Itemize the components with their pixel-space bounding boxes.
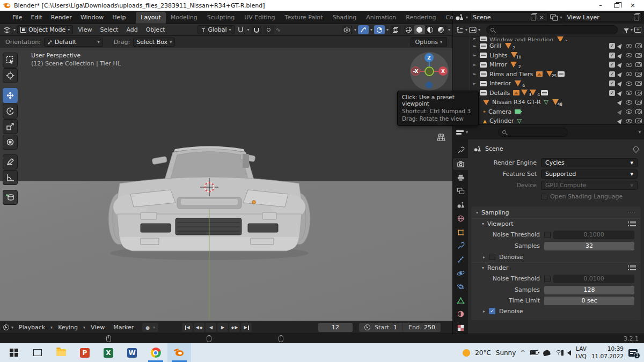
orientation-setting-dropdown[interactable]: Default ▾ <box>44 38 103 47</box>
sampling-menu-icon[interactable]: ···· <box>628 210 636 215</box>
tab-physics-icon[interactable] <box>453 268 468 279</box>
hide-render-icon[interactable] <box>635 91 642 95</box>
filter-icon[interactable] <box>624 28 629 32</box>
r-noise-field[interactable]: 0.0100 <box>553 275 634 283</box>
r-denoise-expand-icon[interactable]: ▸ <box>483 309 485 314</box>
prev-keyframe-button[interactable]: ◀◆ <box>194 323 204 332</box>
jump-to-end-button[interactable]: ▶ <box>241 323 252 332</box>
editor-chevron-icon[interactable]: ▾ <box>13 27 16 32</box>
menu-add[interactable]: Add <box>123 25 141 34</box>
proportional-edit-icon[interactable] <box>264 25 274 34</box>
tab-object-data-icon[interactable] <box>453 295 468 306</box>
weather-desc[interactable]: Sunny <box>496 349 516 357</box>
tab-sculpting[interactable]: Sculpting <box>202 12 239 24</box>
weather-sun-icon[interactable] <box>463 349 470 357</box>
notification-center-button[interactable]: 1 <box>628 349 638 357</box>
tab-particles-icon[interactable] <box>453 254 468 265</box>
tab-object-icon[interactable] <box>453 227 468 238</box>
hide-viewport-icon[interactable] <box>626 53 632 57</box>
properties-editor-chevron-icon[interactable]: ▾ <box>466 130 468 135</box>
shading-chevron-icon[interactable]: ▾ <box>448 27 450 32</box>
weather-temp[interactable]: 20°C <box>475 349 491 357</box>
hide-render-icon[interactable] <box>635 119 642 123</box>
end-frame-field[interactable]: End 250 <box>402 323 441 332</box>
vp-denoise-expand-icon[interactable]: ▸ <box>483 255 485 260</box>
hide-viewport-icon[interactable] <box>626 91 632 95</box>
selectable-icon[interactable] <box>617 43 624 49</box>
selectable-icon[interactable] <box>617 99 624 106</box>
tab-material-icon[interactable] <box>453 308 468 320</box>
gizmo-center[interactable] <box>425 67 434 76</box>
gizmo-negx-axis[interactable]: -X <box>411 67 420 76</box>
scale-tool[interactable] <box>3 119 18 134</box>
tab-scene-icon[interactable] <box>453 200 468 211</box>
shading-wireframe-icon[interactable] <box>404 25 414 34</box>
exclude-checkbox[interactable]: ✓ <box>609 62 615 68</box>
exclude-checkbox[interactable]: ✓ <box>609 80 615 86</box>
outliner-row-cylinder[interactable]: ▲ Cylinder ▽ <box>453 116 644 124</box>
expand-icon[interactable]: ► <box>473 53 480 57</box>
device-dropdown[interactable]: GPU Compute▾ <box>541 181 638 190</box>
vp-noise-field[interactable]: 0.1000 <box>553 231 634 239</box>
hide-render-icon[interactable] <box>635 62 642 67</box>
menu-view[interactable]: View <box>75 25 95 34</box>
menu-select[interactable]: Select <box>97 25 121 34</box>
gizmo-x-axis[interactable]: X <box>438 67 448 76</box>
hide-viewport-icon[interactable] <box>626 72 632 76</box>
next-keyframe-button[interactable]: ◆▶ <box>229 323 240 332</box>
hide-viewport-icon[interactable] <box>626 63 632 67</box>
outliner-editor-chevron-icon[interactable]: ▾ <box>465 27 467 32</box>
render-engine-dropdown[interactable]: Cycles▾ <box>541 158 638 167</box>
vp-samples-field[interactable]: 32 <box>544 242 634 250</box>
hide-render-icon[interactable] <box>635 100 642 105</box>
render-presets-icon[interactable] <box>630 265 636 270</box>
close-button[interactable]: × <box>625 1 641 10</box>
outliner-row-partial-top[interactable]: ► Window and Blending 7 <box>453 36 644 41</box>
shading-material-icon[interactable] <box>425 25 436 34</box>
hide-render-icon[interactable] <box>635 81 642 86</box>
tab-modeling[interactable]: Modeling <box>166 12 202 24</box>
hide-render-icon[interactable] <box>635 109 642 114</box>
tab-view-layer-icon[interactable] <box>453 186 468 197</box>
grid-toggle-icon[interactable] <box>437 134 445 141</box>
snap-target-icon[interactable] <box>236 26 246 34</box>
file-explorer-button[interactable] <box>49 343 73 362</box>
clock-indicator[interactable]: 10:39 11.07.2022 <box>591 345 624 359</box>
expand-icon[interactable]: ► <box>473 72 480 76</box>
gizmo-z-axis[interactable]: Z <box>425 53 434 62</box>
timeline-menu-marker[interactable]: Marker <box>110 323 137 332</box>
editor-type-icon[interactable] <box>2 26 12 34</box>
battery-icon[interactable] <box>530 350 538 355</box>
scene-copy-icon[interactable] <box>531 14 536 20</box>
tab-texture-paint[interactable]: Texture Paint <box>280 12 328 24</box>
selectable-icon[interactable] <box>617 108 624 115</box>
gizmos-chevron-icon[interactable]: ▾ <box>370 27 372 32</box>
snap-chevron-icon[interactable]: ▾ <box>247 27 250 32</box>
select-box-tool[interactable] <box>3 53 18 68</box>
sampling-section-header[interactable]: ▾ Sampling ···· <box>471 206 641 218</box>
shading-solid-icon[interactable] <box>414 25 425 34</box>
restore-button[interactable] <box>609 1 625 10</box>
osl-checkbox[interactable] <box>541 194 547 200</box>
record-button[interactable]: ● <box>145 325 150 330</box>
outliner-row-lights[interactable]: ► Lights 10 ✓ <box>453 51 644 61</box>
falloff-curve-icon[interactable]: ∿ <box>276 26 281 33</box>
tab-animation[interactable]: Animation <box>361 12 401 24</box>
annotate-tool[interactable] <box>3 154 18 169</box>
magnet-snap-icon[interactable] <box>251 25 262 34</box>
selectable-icon[interactable] <box>617 62 624 68</box>
cursor-tool[interactable] <box>3 68 18 83</box>
volume-icon[interactable] <box>567 350 571 356</box>
start-frame-field[interactable]: Start 1 <box>359 323 402 332</box>
tab-uv-editing[interactable]: UV Editing <box>239 12 280 24</box>
menu-edit[interactable]: Edit <box>27 12 46 23</box>
hide-viewport-icon[interactable] <box>626 100 632 105</box>
menu-render[interactable]: Render <box>47 12 76 23</box>
exclude-checkbox[interactable]: ✓ <box>609 71 615 77</box>
task-view-button[interactable] <box>26 343 49 362</box>
selectable-icon[interactable] <box>617 71 624 77</box>
tab-render-icon[interactable] <box>453 158 468 169</box>
display-mode-icon[interactable] <box>469 27 477 33</box>
tab-tool-icon[interactable] <box>453 145 468 156</box>
play-reverse-button[interactable]: ◀ <box>206 323 216 332</box>
